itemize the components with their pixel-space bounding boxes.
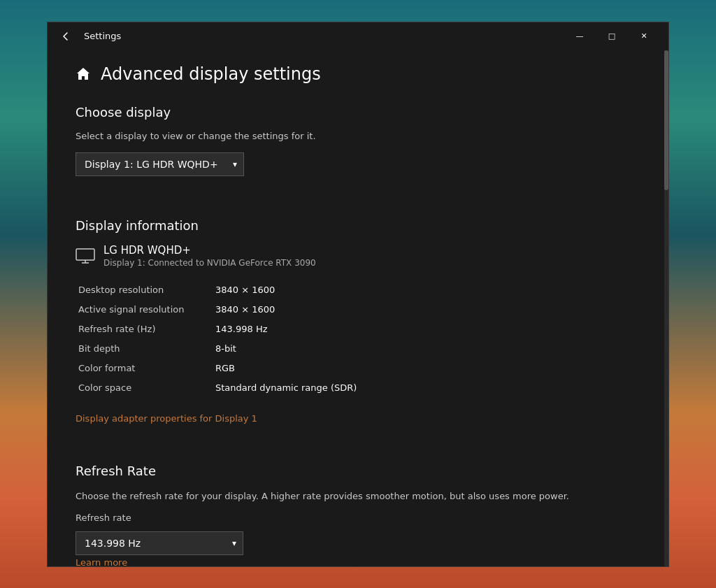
settings-window: Settings — □ ✕ Advanced display settings… [47,22,669,567]
content-area: Advanced display settings Choose display… [48,50,668,566]
table-row: Desktop resolution 3840 × 1600 [76,280,640,300]
title-bar: Settings — □ ✕ [48,22,668,50]
table-cell-value: RGB [215,359,640,378]
window-title: Settings [84,31,121,41]
table-cell-label: Active signal resolution [76,300,215,320]
scrollbar-track[interactable] [664,50,668,566]
svg-rect-0 [76,249,94,260]
display-dropdown-container: Display 1: LG HDR WQHD+ ▾ [76,152,244,176]
choose-display-title: Choose display [76,105,640,120]
display-information-title: Display information [76,218,640,233]
table-cell-label: Desktop resolution [76,280,215,300]
refresh-rate-label: Refresh rate [76,512,640,523]
refresh-rate-description: Choose the refresh rate for your display… [76,489,640,503]
minimize-button[interactable]: — [564,25,596,48]
home-icon [76,66,91,82]
display-name: LG HDR WQHD+ [103,244,316,257]
adapter-properties-link[interactable]: Display adapter properties for Display 1 [76,413,257,424]
display-information-section: Display information LG HDR WQHD+ Display… [76,218,640,424]
close-button[interactable]: ✕ [628,25,660,48]
table-row: Active signal resolution 3840 × 1600 [76,300,640,320]
table-cell-label: Color space [76,378,215,398]
table-cell-value: 3840 × 1600 [215,300,640,320]
table-cell-value: 143.998 Hz [215,320,640,339]
display-header: LG HDR WQHD+ Display 1: Connected to NVI… [76,244,640,268]
table-cell-label: Color format [76,359,215,378]
refresh-rate-section: Refresh Rate Choose the refresh rate for… [76,464,640,566]
display-dropdown[interactable]: Display 1: LG HDR WQHD+ [76,152,244,176]
refresh-rate-title: Refresh Rate [76,464,640,478]
table-row: Color space Standard dynamic range (SDR) [76,378,640,398]
display-name-block: LG HDR WQHD+ Display 1: Connected to NVI… [103,244,316,268]
choose-display-section: Choose display Select a display to view … [76,105,640,176]
learn-more-link[interactable]: Learn more [76,557,127,566]
back-button[interactable] [56,27,76,46]
table-row: Refresh rate (Hz) 143.998 Hz [76,320,640,339]
refresh-rate-dropdown[interactable]: 143.998 Hz [76,531,243,555]
page-header: Advanced display settings [76,64,640,84]
table-cell-value: 3840 × 1600 [215,280,640,300]
table-cell-label: Refresh rate (Hz) [76,320,215,339]
window-controls: — □ ✕ [564,25,660,48]
table-row: Color format RGB [76,359,640,378]
page-title: Advanced display settings [101,64,321,84]
scrollbar-thumb[interactable] [664,50,668,190]
display-info-table: Desktop resolution 3840 × 1600 Active si… [76,280,640,398]
table-cell-value: 8-bit [215,339,640,359]
table-row: Bit depth 8-bit [76,339,640,359]
choose-display-description: Select a display to view or change the s… [76,131,640,141]
display-subtitle: Display 1: Connected to NVIDIA GeForce R… [103,258,316,268]
table-cell-label: Bit depth [76,339,215,359]
maximize-button[interactable]: □ [596,25,628,48]
table-cell-value: Standard dynamic range (SDR) [215,378,640,398]
title-bar-left: Settings [56,27,564,46]
refresh-rate-dropdown-container: 143.998 Hz ▾ [76,531,243,555]
monitor-icon [76,248,95,264]
